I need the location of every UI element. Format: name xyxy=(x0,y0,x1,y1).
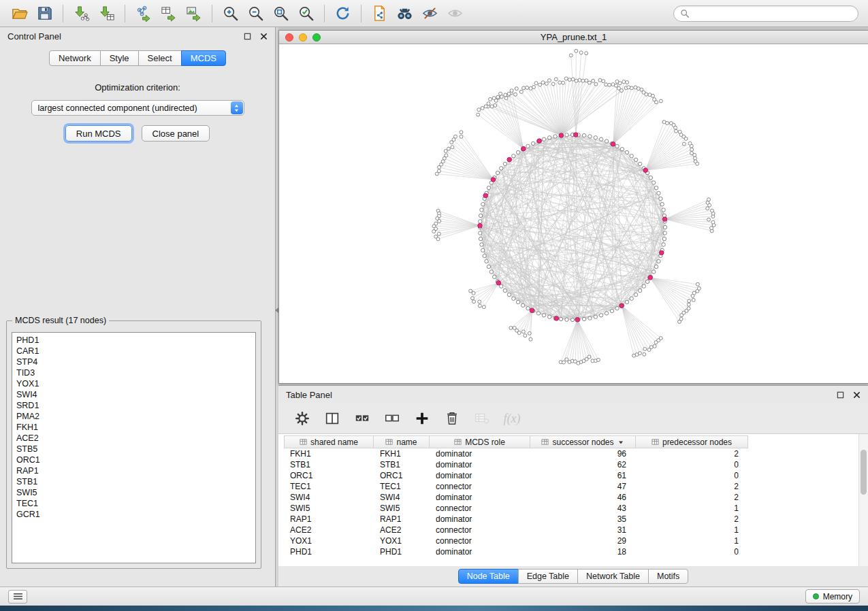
mcds-result-list[interactable]: PHD1CAR1STP4TID3YOX1SWI4SRD1PMA2FKH1ACE2… xyxy=(12,332,256,563)
table-row[interactable]: RAP1RAP1dominator352 xyxy=(284,514,868,525)
table-row[interactable]: PHD1PHD1dominator180 xyxy=(284,546,868,557)
function-builder-label: f(x) xyxy=(504,412,521,426)
cell-role: dominator xyxy=(430,471,530,480)
tab-select[interactable]: Select xyxy=(138,50,182,66)
table-row[interactable]: YOX1YOX1connector291 xyxy=(284,535,868,546)
mcds-result-item[interactable]: STB1 xyxy=(12,476,255,487)
mcds-result-item[interactable]: TID3 xyxy=(12,367,255,378)
table-row[interactable]: SWI4SWI4dominator462 xyxy=(284,492,868,503)
toggle-columns-button[interactable] xyxy=(322,408,342,429)
mcds-result-item[interactable]: SRD1 xyxy=(12,400,255,411)
mcds-result-fieldset: MCDS result (17 nodes) PHD1CAR1STP4TID3Y… xyxy=(6,316,261,569)
cell-successors: 31 xyxy=(530,525,636,535)
memory-button[interactable]: Memory xyxy=(805,589,860,604)
zoom-in-button[interactable] xyxy=(218,3,243,24)
cell-role: dominator xyxy=(430,547,530,557)
mcds-result-item[interactable]: PHD1 xyxy=(12,335,255,346)
close-table-panel-icon[interactable] xyxy=(853,391,861,399)
table-row[interactable]: ACE2ACE2connector311 xyxy=(284,525,868,535)
mcds-result-item[interactable]: SWI5 xyxy=(12,487,255,498)
network-workspace: YPA_prune.txt_1 Table Panel f(x) shared … xyxy=(278,27,868,587)
window-zoom-button[interactable] xyxy=(312,33,321,42)
table-settings-button[interactable] xyxy=(292,408,312,429)
cell-name: ORC1 xyxy=(374,471,430,480)
import-table-button[interactable] xyxy=(94,3,119,24)
table-row[interactable]: STB1STB1dominator620 xyxy=(284,459,868,470)
column-header-MCDS-role[interactable]: MCDS role xyxy=(430,435,530,448)
add-column-button[interactable] xyxy=(412,408,432,429)
mcds-result-item[interactable]: ACE2 xyxy=(12,433,255,444)
tab-network[interactable]: Network xyxy=(49,50,101,66)
window-close-button[interactable] xyxy=(285,33,293,42)
network-window-titlebar[interactable]: YPA_prune.txt_1 xyxy=(279,31,868,44)
status-bar: Memory xyxy=(0,587,868,606)
export-network-button[interactable] xyxy=(131,3,156,24)
scrollbar-thumb[interactable] xyxy=(861,450,867,495)
cell-predecessors: 1 xyxy=(636,525,748,535)
apply-layout-button[interactable] xyxy=(330,3,355,24)
table-row[interactable]: ORC1ORC1dominator610 xyxy=(284,470,868,481)
mcds-result-item[interactable]: FKH1 xyxy=(12,422,255,433)
cell-successors: 61 xyxy=(530,471,636,480)
mcds-result-item[interactable]: STB5 xyxy=(12,444,255,455)
mcds-result-item[interactable]: YOX1 xyxy=(12,378,255,389)
open-session-button[interactable] xyxy=(7,3,32,24)
mcds-result-item[interactable]: GCR1 xyxy=(12,509,255,520)
network-canvas[interactable] xyxy=(279,45,868,383)
mcds-result-item[interactable]: ORC1 xyxy=(12,455,255,465)
hide-graphics-details-button[interactable] xyxy=(417,3,443,24)
memory-label: Memory xyxy=(823,592,852,601)
share-document-button[interactable] xyxy=(367,3,392,24)
tab-edge-table[interactable]: Edge Table xyxy=(518,569,578,584)
delete-column-button[interactable] xyxy=(442,408,462,429)
mcds-result-item[interactable]: CAR1 xyxy=(12,346,255,357)
mcds-result-item[interactable]: RAP1 xyxy=(12,465,255,476)
tab-motifs[interactable]: Motifs xyxy=(648,569,688,584)
column-header-name[interactable]: name xyxy=(374,435,430,448)
node-table: shared namenameMCDS rolesuccessor nodesp… xyxy=(278,433,868,566)
cell-shared_name: ACE2 xyxy=(284,525,374,535)
table-scrollbar[interactable] xyxy=(858,434,868,566)
column-header-shared-name[interactable]: shared name xyxy=(284,435,374,448)
cell-name: FKH1 xyxy=(374,449,430,459)
search-input[interactable] xyxy=(693,8,852,18)
tab-style[interactable]: Style xyxy=(100,50,139,66)
column-header-predecessor-nodes[interactable]: predecessor nodes xyxy=(636,435,748,448)
tab-network-table[interactable]: Network Table xyxy=(577,569,649,584)
show-panels-button[interactable] xyxy=(8,590,27,604)
optimization-criterion-select[interactable]: largest connected component (undirected) xyxy=(31,100,244,116)
search-box[interactable] xyxy=(673,5,858,22)
zoom-selected-button[interactable] xyxy=(293,3,319,24)
zoom-fit-button[interactable] xyxy=(268,3,293,24)
save-session-button[interactable] xyxy=(32,3,57,24)
mcds-result-item[interactable]: TEC1 xyxy=(12,498,255,509)
delete-table-button xyxy=(472,408,492,429)
export-image-button[interactable] xyxy=(181,3,206,24)
zoom-out-button[interactable] xyxy=(243,3,268,24)
column-header-successor-nodes[interactable]: successor nodes xyxy=(530,435,636,448)
tab-node-table[interactable]: Node Table xyxy=(458,569,519,584)
export-table-button[interactable] xyxy=(156,3,181,24)
cell-shared_name: TEC1 xyxy=(284,482,374,491)
cell-predecessors: 1 xyxy=(636,536,748,546)
mcds-result-item[interactable]: PMA2 xyxy=(12,411,255,422)
table-row[interactable]: SWI5SWI5connector431 xyxy=(284,503,868,514)
table-row[interactable]: TEC1TEC1connector472 xyxy=(284,481,868,492)
close-mcds-panel-button[interactable]: Close panel xyxy=(142,125,210,142)
mcds-result-item[interactable]: SWI4 xyxy=(12,389,255,400)
import-network-button[interactable] xyxy=(69,3,94,24)
deselect-all-rows-button[interactable] xyxy=(382,408,402,429)
cell-role: dominator xyxy=(430,514,530,524)
float-panel-icon[interactable] xyxy=(244,33,251,40)
select-all-rows-button[interactable] xyxy=(352,408,372,429)
run-mcds-button[interactable]: Run MCDS xyxy=(65,125,132,142)
table-row[interactable]: FKH1FKH1dominator962 xyxy=(284,448,868,459)
select-stepper-icon xyxy=(231,101,243,114)
float-table-panel-icon[interactable] xyxy=(837,391,844,399)
tab-mcds[interactable]: MCDS xyxy=(181,50,226,66)
close-panel-icon[interactable] xyxy=(260,33,268,40)
cell-name: YOX1 xyxy=(374,536,430,546)
find-button[interactable] xyxy=(392,3,417,24)
mcds-result-item[interactable]: STP4 xyxy=(12,357,255,367)
window-minimize-button[interactable] xyxy=(299,33,307,42)
